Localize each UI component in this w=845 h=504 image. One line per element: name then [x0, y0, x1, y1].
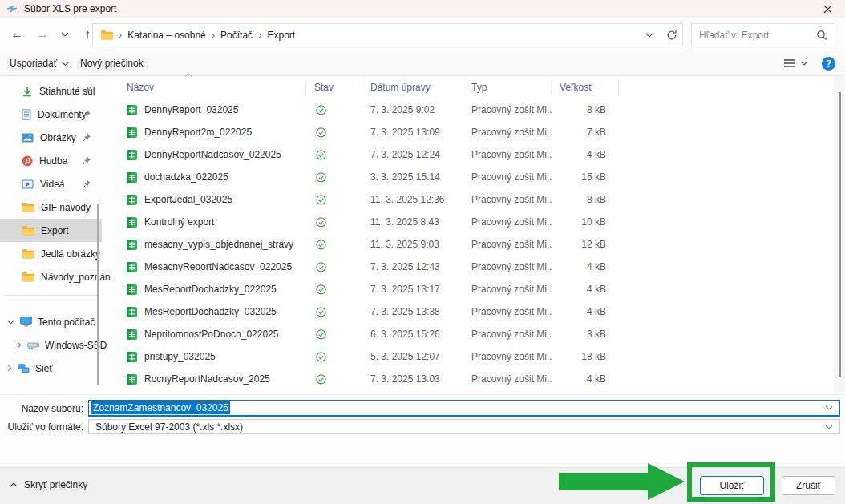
help-icon[interactable]: ?	[822, 57, 835, 71]
column-header-name[interactable]: Názov	[112, 80, 306, 95]
file-row-mesacnyreportnadcasov-022025[interactable]: MesacnyReportNadcasov_0220257. 3. 2025 1…	[112, 256, 834, 278]
file-name: Kontrolný export	[144, 216, 214, 228]
file-name: MesReportDochadzky_022025	[144, 284, 277, 295]
sidebar-item-label: Návody_poznán	[41, 272, 111, 283]
forward-button[interactable]: →	[35, 27, 50, 42]
recent-locations-chevron-icon[interactable]	[61, 32, 69, 37]
synced-check-icon	[316, 127, 326, 138]
sidebar-item-jedl-obr-zky[interactable]: Jedlá obrázky	[0, 242, 102, 265]
pictures-icon	[22, 133, 34, 143]
file-size: 4 kB	[552, 373, 619, 385]
file-rows: DennyReport_0320257. 3. 2025 9:02Pracovn…	[112, 99, 834, 390]
sidebar-item-dokumenty[interactable]: Dokumenty	[0, 103, 102, 126]
file-row-exportjedal-032025[interactable]: ExportJedal_03202511. 3. 2025 12:36Praco…	[112, 188, 834, 211]
file-row-dennyreportnadcasov-022025[interactable]: DennyReportNadcasov_0220257. 3. 2025 12:…	[112, 143, 834, 166]
sidebar-item-gif-n-vody[interactable]: GIF návody	[0, 196, 102, 219]
file-row-dochadzka-022025[interactable]: dochadzka_0220253. 3. 2025 15:14Pracovný…	[112, 166, 834, 188]
file-row-pristupy-032025[interactable]: pristupy_0320255. 3. 2025 12:07Pracovný …	[112, 345, 834, 368]
search-icon[interactable]	[816, 30, 827, 41]
pin-icon	[83, 179, 91, 188]
sidebar-item-stiahnut-s-l[interactable]: Stiahnuté súl	[0, 79, 102, 103]
file-row-mesreportdochadzky-022025[interactable]: MesReportDochadzky_0220257. 3. 2025 13:1…	[112, 278, 834, 300]
address-bar[interactable]: › Katarina – osobné › Počítač › Export	[92, 23, 683, 46]
file-row-mesreportdochadzky-032025[interactable]: MesReportDochadzky_0320257. 3. 2025 13:3…	[112, 300, 834, 323]
navigation-sidebar: Stiahnuté súlDokumentyObrázkyHudbaVideáG…	[0, 76, 102, 394]
breadcrumb-item-katarina[interactable]: Katarina – osobné	[127, 30, 205, 41]
file-type: Pracovný zošit Mi...	[463, 239, 552, 250]
sidebar-item-label: Dokumenty	[38, 109, 87, 120]
chevron-down-icon[interactable]	[825, 405, 833, 410]
column-header-type[interactable]: Typ	[463, 80, 552, 95]
breadcrumb-item-pocitac[interactable]: Počítač	[220, 30, 253, 41]
file-size: 7 kB	[552, 127, 619, 138]
music-icon	[22, 155, 33, 167]
synced-check-icon	[316, 329, 326, 340]
file-name: DennyReport_032025	[144, 104, 238, 115]
file-name: DennyReportNadcasov_022025	[144, 149, 281, 160]
folder-icon	[22, 225, 34, 236]
breadcrumb-separator: ›	[119, 29, 122, 41]
sidebar-scrollbar[interactable]	[97, 204, 99, 385]
back-button[interactable]: ←	[10, 27, 24, 42]
file-name: ExportJedal_032025	[144, 194, 232, 205]
new-folder-button[interactable]: Nový priečinok	[80, 51, 144, 75]
chevron-down-icon[interactable]	[7, 320, 14, 325]
organize-button[interactable]: Usporiadať	[10, 51, 69, 75]
search-input[interactable]: Hľadať v: Export	[691, 23, 835, 46]
excel-file-icon	[126, 216, 138, 228]
file-row-dennyreport2m-022025[interactable]: DennyReport2m_0220257. 3. 2025 13:09Prac…	[112, 121, 834, 143]
filename-input[interactable]: ZoznamZamestnancov_032025	[88, 400, 840, 417]
file-date-modified: 7. 3. 2025 9:02	[362, 104, 463, 115]
synced-check-icon	[316, 195, 326, 205]
folder-icon	[100, 30, 113, 40]
hide-folders-label: Skryť priečinky	[24, 479, 87, 490]
list-scrollbar[interactable]	[839, 92, 841, 377]
file-row-dennyreport-032025[interactable]: DennyReport_0320257. 3. 2025 9:02Pracovn…	[112, 99, 834, 121]
column-header-status[interactable]: Stav	[306, 80, 362, 95]
breadcrumb-item-export[interactable]: Export	[267, 30, 295, 41]
excel-file-icon	[126, 149, 138, 161]
chevron-down-icon[interactable]	[825, 425, 833, 429]
sidebar-item-export[interactable]: Export	[0, 219, 102, 242]
chevron-down-icon	[801, 62, 807, 66]
excel-file-icon	[126, 127, 138, 139]
file-row-nepritomnostpodnoch-022025[interactable]: NepritomnostPoDnoch_0220256. 3. 2025 15:…	[112, 323, 834, 345]
refresh-icon[interactable]	[666, 30, 677, 41]
hide-folders-button[interactable]: Skryť priečinky	[10, 479, 87, 490]
sidebar-divider	[5, 295, 97, 296]
file-name: mesacny_vypis_objednanej_stravy	[144, 239, 293, 250]
column-header-date-modified[interactable]: Dátum úpravy	[362, 80, 463, 95]
excel-file-icon	[126, 329, 138, 341]
file-row-kontroln-export[interactable]: Kontrolný export11. 3. 2025 8:43Pracovný…	[112, 211, 834, 233]
sidebar-item-n-vody-pozn-n[interactable]: Návody_poznán	[0, 265, 102, 288]
cancel-button[interactable]: Zrušiť	[782, 476, 835, 495]
excel-file-icon	[126, 104, 138, 116]
view-options-button[interactable]	[783, 58, 807, 68]
chevron-right-icon[interactable]	[17, 341, 22, 349]
file-row-mesacny-vypis-objednanej-stravy[interactable]: mesacny_vypis_objednanej_stravy11. 3. 20…	[112, 233, 834, 256]
save-fields-panel: Názov súboru: ZoznamZamestnancov_032025 …	[0, 394, 845, 467]
file-list: Názov Stav Dátum úpravy Typ Veľkosť Denn…	[112, 76, 834, 390]
address-dropdown-chevron-icon[interactable]	[645, 33, 653, 38]
synced-check-icon	[316, 217, 326, 228]
chevron-right-icon[interactable]	[7, 365, 12, 372]
format-select[interactable]: Súbory Excel 97-2003 (*.xls *.xlsx)	[88, 419, 840, 434]
sidebar-item-label: GIF návody	[41, 202, 91, 213]
column-header-size[interactable]: Veľkosť	[552, 80, 619, 95]
file-type: Pracovný zošit Mi...	[463, 373, 552, 385]
file-row-rocnyreportnadcasov-2025[interactable]: RocnyReportNadcasov_20257. 3. 2025 13:03…	[112, 368, 834, 390]
sidebar-item-tento-po-ta[interactable]: Tento počítač	[0, 310, 102, 333]
close-button[interactable]	[810, 0, 845, 18]
file-date-modified: 7. 3. 2025 13:17	[362, 284, 463, 295]
chevron-up-icon	[10, 482, 18, 487]
sidebar-item-obr-zky[interactable]: Obrázky	[0, 126, 102, 149]
network-icon	[18, 364, 30, 373]
sidebar-item-sie[interactable]: Sieť	[0, 357, 102, 380]
file-date-modified: 7. 3. 2025 13:09	[362, 127, 463, 138]
file-date-modified: 11. 3. 2025 12:36	[362, 194, 463, 205]
file-type: Pracovný zošit Mi...	[463, 127, 552, 138]
file-size: 10 kB	[552, 216, 619, 228]
sidebar-item-windows-ssd[interactable]: Windows-SSD	[0, 333, 102, 357]
sidebar-item-hudba[interactable]: Hudba	[0, 149, 102, 172]
sidebar-item-vide[interactable]: Videá	[0, 172, 102, 196]
